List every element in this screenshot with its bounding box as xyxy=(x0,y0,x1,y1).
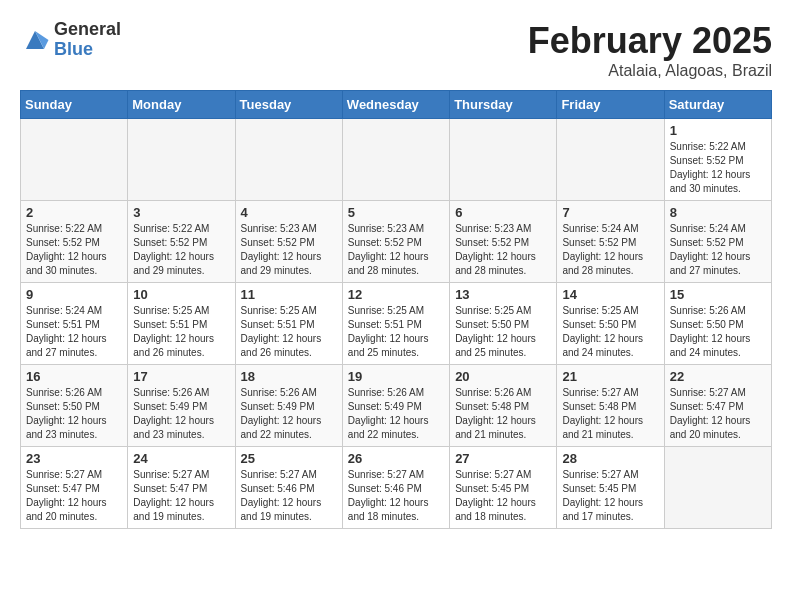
day-number: 9 xyxy=(26,287,122,302)
day-info: Sunrise: 5:27 AM Sunset: 5:45 PM Dayligh… xyxy=(562,468,658,524)
calendar-day-cell: 3Sunrise: 5:22 AM Sunset: 5:52 PM Daylig… xyxy=(128,201,235,283)
weekday-header: Sunday xyxy=(21,91,128,119)
calendar-day-cell: 17Sunrise: 5:26 AM Sunset: 5:49 PM Dayli… xyxy=(128,365,235,447)
day-info: Sunrise: 5:22 AM Sunset: 5:52 PM Dayligh… xyxy=(26,222,122,278)
weekday-header: Tuesday xyxy=(235,91,342,119)
day-info: Sunrise: 5:25 AM Sunset: 5:51 PM Dayligh… xyxy=(241,304,337,360)
logo-blue: Blue xyxy=(54,40,121,60)
day-info: Sunrise: 5:23 AM Sunset: 5:52 PM Dayligh… xyxy=(241,222,337,278)
day-number: 7 xyxy=(562,205,658,220)
logo-text: General Blue xyxy=(54,20,121,60)
day-number: 12 xyxy=(348,287,444,302)
calendar-day-cell xyxy=(342,119,449,201)
calendar-week-row: 2Sunrise: 5:22 AM Sunset: 5:52 PM Daylig… xyxy=(21,201,772,283)
day-number: 6 xyxy=(455,205,551,220)
weekday-header-row: SundayMondayTuesdayWednesdayThursdayFrid… xyxy=(21,91,772,119)
calendar-day-cell: 13Sunrise: 5:25 AM Sunset: 5:50 PM Dayli… xyxy=(450,283,557,365)
calendar-day-cell: 8Sunrise: 5:24 AM Sunset: 5:52 PM Daylig… xyxy=(664,201,771,283)
calendar-day-cell: 4Sunrise: 5:23 AM Sunset: 5:52 PM Daylig… xyxy=(235,201,342,283)
calendar-day-cell: 11Sunrise: 5:25 AM Sunset: 5:51 PM Dayli… xyxy=(235,283,342,365)
calendar-day-cell: 27Sunrise: 5:27 AM Sunset: 5:45 PM Dayli… xyxy=(450,447,557,529)
calendar-day-cell: 20Sunrise: 5:26 AM Sunset: 5:48 PM Dayli… xyxy=(450,365,557,447)
day-number: 19 xyxy=(348,369,444,384)
day-number: 14 xyxy=(562,287,658,302)
day-number: 13 xyxy=(455,287,551,302)
day-number: 2 xyxy=(26,205,122,220)
page-header: General Blue February 2025 Atalaia, Alag… xyxy=(20,20,772,80)
day-info: Sunrise: 5:26 AM Sunset: 5:48 PM Dayligh… xyxy=(455,386,551,442)
calendar-day-cell xyxy=(557,119,664,201)
logo-general: General xyxy=(54,20,121,40)
weekday-header: Wednesday xyxy=(342,91,449,119)
day-number: 1 xyxy=(670,123,766,138)
calendar-day-cell: 18Sunrise: 5:26 AM Sunset: 5:49 PM Dayli… xyxy=(235,365,342,447)
calendar-day-cell: 16Sunrise: 5:26 AM Sunset: 5:50 PM Dayli… xyxy=(21,365,128,447)
weekday-header: Monday xyxy=(128,91,235,119)
calendar-table: SundayMondayTuesdayWednesdayThursdayFrid… xyxy=(20,90,772,529)
day-info: Sunrise: 5:27 AM Sunset: 5:46 PM Dayligh… xyxy=(241,468,337,524)
calendar-day-cell: 15Sunrise: 5:26 AM Sunset: 5:50 PM Dayli… xyxy=(664,283,771,365)
calendar-day-cell: 9Sunrise: 5:24 AM Sunset: 5:51 PM Daylig… xyxy=(21,283,128,365)
calendar-day-cell: 23Sunrise: 5:27 AM Sunset: 5:47 PM Dayli… xyxy=(21,447,128,529)
calendar-week-row: 23Sunrise: 5:27 AM Sunset: 5:47 PM Dayli… xyxy=(21,447,772,529)
calendar-day-cell: 24Sunrise: 5:27 AM Sunset: 5:47 PM Dayli… xyxy=(128,447,235,529)
day-number: 3 xyxy=(133,205,229,220)
day-number: 20 xyxy=(455,369,551,384)
calendar-day-cell xyxy=(21,119,128,201)
calendar-week-row: 9Sunrise: 5:24 AM Sunset: 5:51 PM Daylig… xyxy=(21,283,772,365)
calendar-day-cell xyxy=(450,119,557,201)
day-info: Sunrise: 5:26 AM Sunset: 5:50 PM Dayligh… xyxy=(670,304,766,360)
calendar-day-cell: 6Sunrise: 5:23 AM Sunset: 5:52 PM Daylig… xyxy=(450,201,557,283)
day-number: 15 xyxy=(670,287,766,302)
day-info: Sunrise: 5:25 AM Sunset: 5:50 PM Dayligh… xyxy=(455,304,551,360)
day-number: 27 xyxy=(455,451,551,466)
day-info: Sunrise: 5:24 AM Sunset: 5:52 PM Dayligh… xyxy=(562,222,658,278)
calendar-day-cell: 25Sunrise: 5:27 AM Sunset: 5:46 PM Dayli… xyxy=(235,447,342,529)
day-info: Sunrise: 5:27 AM Sunset: 5:47 PM Dayligh… xyxy=(26,468,122,524)
calendar-week-row: 1Sunrise: 5:22 AM Sunset: 5:52 PM Daylig… xyxy=(21,119,772,201)
day-info: Sunrise: 5:26 AM Sunset: 5:50 PM Dayligh… xyxy=(26,386,122,442)
day-number: 24 xyxy=(133,451,229,466)
title-block: February 2025 Atalaia, Alagoas, Brazil xyxy=(528,20,772,80)
day-info: Sunrise: 5:24 AM Sunset: 5:52 PM Dayligh… xyxy=(670,222,766,278)
day-info: Sunrise: 5:27 AM Sunset: 5:45 PM Dayligh… xyxy=(455,468,551,524)
day-info: Sunrise: 5:24 AM Sunset: 5:51 PM Dayligh… xyxy=(26,304,122,360)
day-number: 23 xyxy=(26,451,122,466)
day-number: 10 xyxy=(133,287,229,302)
calendar-day-cell: 26Sunrise: 5:27 AM Sunset: 5:46 PM Dayli… xyxy=(342,447,449,529)
day-info: Sunrise: 5:26 AM Sunset: 5:49 PM Dayligh… xyxy=(348,386,444,442)
calendar-day-cell: 19Sunrise: 5:26 AM Sunset: 5:49 PM Dayli… xyxy=(342,365,449,447)
calendar-day-cell: 14Sunrise: 5:25 AM Sunset: 5:50 PM Dayli… xyxy=(557,283,664,365)
logo-icon xyxy=(20,25,50,55)
calendar-day-cell: 10Sunrise: 5:25 AM Sunset: 5:51 PM Dayli… xyxy=(128,283,235,365)
day-info: Sunrise: 5:25 AM Sunset: 5:51 PM Dayligh… xyxy=(133,304,229,360)
calendar-day-cell: 21Sunrise: 5:27 AM Sunset: 5:48 PM Dayli… xyxy=(557,365,664,447)
day-number: 21 xyxy=(562,369,658,384)
day-info: Sunrise: 5:22 AM Sunset: 5:52 PM Dayligh… xyxy=(133,222,229,278)
day-info: Sunrise: 5:26 AM Sunset: 5:49 PM Dayligh… xyxy=(133,386,229,442)
day-number: 25 xyxy=(241,451,337,466)
location: Atalaia, Alagoas, Brazil xyxy=(528,62,772,80)
day-number: 18 xyxy=(241,369,337,384)
day-info: Sunrise: 5:27 AM Sunset: 5:47 PM Dayligh… xyxy=(133,468,229,524)
day-number: 22 xyxy=(670,369,766,384)
calendar-day-cell: 12Sunrise: 5:25 AM Sunset: 5:51 PM Dayli… xyxy=(342,283,449,365)
day-info: Sunrise: 5:23 AM Sunset: 5:52 PM Dayligh… xyxy=(348,222,444,278)
day-number: 4 xyxy=(241,205,337,220)
weekday-header: Thursday xyxy=(450,91,557,119)
calendar-day-cell: 5Sunrise: 5:23 AM Sunset: 5:52 PM Daylig… xyxy=(342,201,449,283)
day-number: 5 xyxy=(348,205,444,220)
day-info: Sunrise: 5:27 AM Sunset: 5:46 PM Dayligh… xyxy=(348,468,444,524)
weekday-header: Saturday xyxy=(664,91,771,119)
day-info: Sunrise: 5:27 AM Sunset: 5:47 PM Dayligh… xyxy=(670,386,766,442)
day-number: 17 xyxy=(133,369,229,384)
day-info: Sunrise: 5:22 AM Sunset: 5:52 PM Dayligh… xyxy=(670,140,766,196)
day-number: 16 xyxy=(26,369,122,384)
calendar-day-cell: 1Sunrise: 5:22 AM Sunset: 5:52 PM Daylig… xyxy=(664,119,771,201)
day-info: Sunrise: 5:23 AM Sunset: 5:52 PM Dayligh… xyxy=(455,222,551,278)
calendar-day-cell: 7Sunrise: 5:24 AM Sunset: 5:52 PM Daylig… xyxy=(557,201,664,283)
day-number: 28 xyxy=(562,451,658,466)
calendar-day-cell: 22Sunrise: 5:27 AM Sunset: 5:47 PM Dayli… xyxy=(664,365,771,447)
calendar-day-cell xyxy=(235,119,342,201)
day-info: Sunrise: 5:25 AM Sunset: 5:51 PM Dayligh… xyxy=(348,304,444,360)
